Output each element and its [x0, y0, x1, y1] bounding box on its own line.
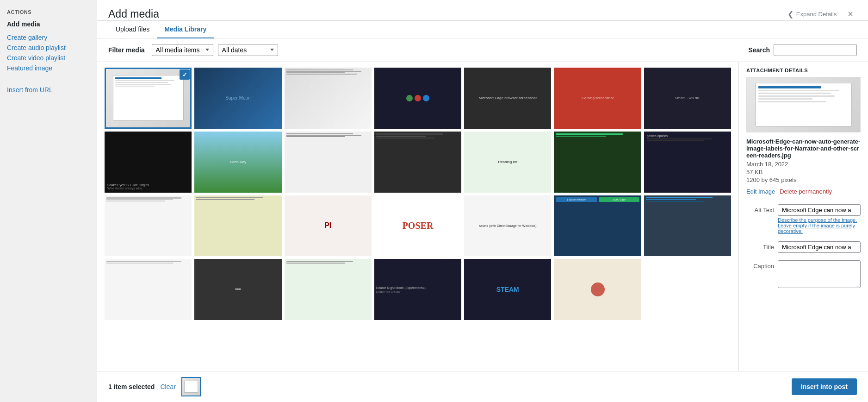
media-item[interactable] — [374, 68, 461, 129]
media-item[interactable] — [105, 259, 192, 320]
selected-thumbnail — [181, 377, 201, 396]
media-item[interactable]: 1 System memory 2 GPU Copy — [554, 195, 641, 257]
alt-text-input[interactable] — [778, 204, 861, 216]
modal-close-button[interactable]: × — [844, 7, 857, 20]
media-item[interactable] — [285, 259, 372, 320]
media-item[interactable] — [285, 68, 372, 129]
filter-label: Filter media — [108, 46, 145, 54]
media-item[interactable]: Snake Eyes: G.I. Joe Origins Why House a… — [105, 132, 192, 193]
search-input[interactable] — [774, 44, 857, 56]
media-item[interactable]: ••• — [194, 259, 281, 320]
media-item[interactable]: PI — [285, 195, 372, 257]
modal-header: Add media ❮ Expand Details × — [97, 0, 868, 21]
insert-into-post-button[interactable]: Insert into post — [792, 378, 857, 395]
media-item[interactable]: Microsoft Edge browser screenshot — [464, 68, 551, 129]
attachment-date: March 18, 2022 — [746, 161, 861, 168]
media-item[interactable] — [554, 132, 641, 193]
title-label: Title — [746, 241, 774, 251]
media-item[interactable] — [194, 195, 281, 257]
title-input[interactable] — [778, 241, 861, 253]
sidebar-links: Create gallery Create audio playlist Cre… — [7, 32, 90, 73]
media-item[interactable] — [374, 132, 461, 193]
attachment-info: Microsoft-Edge-can-now-auto-generate-ima… — [739, 138, 868, 183]
details-panel: ATTACHMENT DETAILS — [738, 62, 868, 371]
modal-footer: 1 item selected Clear Insert into post — [97, 371, 868, 402]
modal-body: ✓ Super Moon — [97, 62, 868, 371]
title-field-group: Title — [739, 238, 868, 257]
selected-count: 1 item selected — [108, 383, 155, 390]
media-item[interactable] — [644, 195, 731, 257]
sidebar-item-create-gallery[interactable]: Create gallery — [7, 32, 90, 43]
filter-bar: Filter media All media items Images Audi… — [97, 38, 868, 62]
clear-selection-link[interactable]: Clear — [160, 383, 175, 390]
delete-permanently-link[interactable]: Delete permanently — [780, 188, 832, 195]
caption-field-group: Caption — [739, 257, 868, 292]
alt-text-hint: Describe the purpose of the image. Leave… — [778, 217, 861, 234]
search-label: Search — [748, 46, 770, 54]
attachment-actions: Edit Image Delete permanently — [739, 184, 868, 201]
sidebar-divider — [7, 79, 90, 79]
media-item[interactable] — [285, 132, 372, 193]
media-item[interactable] — [105, 195, 192, 257]
media-item[interactable]: Enable Night Mode (Experimental) Enable … — [374, 259, 461, 320]
caption-input[interactable] — [778, 260, 861, 288]
media-item[interactable]: Super Moon — [194, 68, 281, 129]
expand-details-label[interactable]: Expand Details — [796, 11, 837, 18]
media-item[interactable]: Gaming screenshot — [554, 68, 641, 129]
media-item[interactable]: STEAM — [464, 259, 551, 320]
sidebar-item-featured-image[interactable]: Featured image — [7, 63, 90, 73]
caption-row: Caption — [746, 260, 861, 288]
attachment-details-title: ATTACHMENT DETAILS — [739, 62, 868, 77]
attachment-size: 57 KB — [746, 169, 861, 176]
date-filter[interactable]: All dates January 2022 February 2022 Mar… — [218, 44, 278, 56]
media-item[interactable]: Smart... will do. — [644, 68, 731, 129]
title-row: Title — [746, 241, 861, 253]
modal-overlay: Add media ❮ Expand Details × Upload file… — [97, 0, 868, 402]
sidebar-add-media-label: Add media — [7, 20, 90, 28]
alt-text-row: Alt Text Describe the purpose of the ima… — [746, 204, 861, 234]
media-type-filter[interactable]: All media items Images Audio Video Docum… — [152, 44, 213, 56]
tab-media-library[interactable]: Media Library — [157, 21, 214, 38]
media-item[interactable]: Earth Day — [194, 132, 281, 193]
media-item[interactable] — [554, 259, 641, 320]
media-grid-container[interactable]: ✓ Super Moon — [97, 62, 738, 371]
search-area: Search — [748, 44, 857, 56]
edit-image-link[interactable]: Edit Image — [746, 188, 775, 195]
sidebar-item-create-audio-playlist[interactable]: Create audio playlist — [7, 43, 90, 53]
media-grid: ✓ Super Moon — [105, 68, 731, 320]
collapse-icon: ❮ — [787, 10, 794, 19]
tab-upload-files[interactable]: Upload files — [108, 21, 157, 38]
media-item[interactable]: ✓ — [105, 68, 192, 129]
modal-title: Add media — [108, 8, 159, 20]
modal-tabs: Upload files Media Library — [97, 21, 868, 38]
sidebar-actions-label: Actions — [7, 9, 90, 15]
caption-label: Caption — [746, 260, 774, 270]
sidebar: Actions Add media Create gallery Create … — [0, 0, 97, 402]
media-item[interactable]: POSER — [374, 195, 461, 257]
attachment-filename: Microsoft-Edge-can-now-auto-generate-ima… — [746, 138, 861, 159]
add-media-modal: Add media ❮ Expand Details × Upload file… — [97, 0, 868, 402]
media-item[interactable]: assets (with DirectStorage for Windows) — [464, 195, 551, 257]
alt-text-hint-link[interactable]: Describe the purpose of the image — [778, 217, 856, 223]
selected-checkmark: ✓ — [180, 69, 190, 80]
expand-details-area: ❮ Expand Details — [787, 10, 837, 19]
media-item[interactable]: games options — [644, 132, 731, 193]
selected-info: 1 item selected Clear — [108, 377, 201, 396]
attachment-thumbnail-area — [739, 77, 868, 138]
alt-text-field-group: Alt Text Describe the purpose of the ima… — [739, 201, 868, 238]
alt-text-label: Alt Text — [746, 204, 774, 214]
sidebar-insert-from-url[interactable]: Insert from URL — [7, 85, 90, 95]
media-item[interactable]: Reading list — [464, 132, 551, 193]
sidebar-item-create-video-playlist[interactable]: Create video playlist — [7, 53, 90, 63]
attachment-dimensions: 1200 by 645 pixels — [746, 176, 861, 183]
